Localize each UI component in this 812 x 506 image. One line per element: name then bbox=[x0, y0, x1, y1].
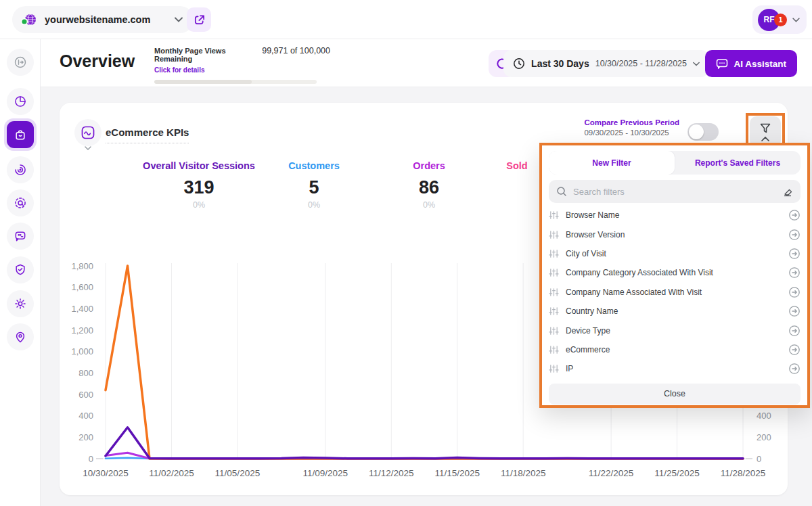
svg-text:11/28/2025: 11/28/2025 bbox=[721, 468, 766, 478]
filter-item-device-type[interactable]: Device Type bbox=[549, 321, 800, 340]
filter-search bbox=[549, 180, 800, 203]
kpi-tab-orders[interactable]: Orders 86 0% bbox=[375, 160, 483, 210]
quota-value: 99,971 of 100,000 bbox=[262, 46, 330, 55]
svg-text:400: 400 bbox=[757, 411, 771, 421]
arrow-right-circle-icon[interactable] bbox=[788, 305, 800, 317]
shopping-bag-icon bbox=[14, 128, 27, 141]
clock-icon bbox=[513, 58, 525, 70]
arrow-right-circle-icon[interactable] bbox=[788, 267, 800, 279]
filter-item-city-of-visit[interactable]: City of Visit bbox=[549, 244, 800, 263]
filter-list: Browser Name Browser Version City of Vis… bbox=[549, 206, 800, 379]
quota-label: Monthly Page Views Remaining bbox=[154, 47, 256, 63]
filter-item-country-name[interactable]: Country Name bbox=[549, 302, 800, 321]
svg-text:1,400: 1,400 bbox=[71, 304, 93, 314]
svg-text:1,200: 1,200 bbox=[71, 325, 93, 336]
filter-item-company-name[interactable]: Company Name Associated With Visit bbox=[549, 283, 800, 302]
chevron-down-icon bbox=[693, 62, 700, 66]
svg-text:800: 800 bbox=[78, 368, 93, 378]
arrow-right-circle-icon[interactable] bbox=[788, 286, 800, 298]
filter-panel: New Filter Report's Saved Filters Browse… bbox=[539, 143, 810, 408]
filter-panel-close-button[interactable]: Close bbox=[549, 384, 800, 405]
sidebar-item-behavior[interactable] bbox=[7, 156, 34, 183]
chevron-up-icon bbox=[761, 137, 769, 141]
tab-new-filter[interactable]: New Filter bbox=[549, 151, 675, 175]
chat-icon bbox=[14, 229, 27, 243]
session-recording-icon bbox=[14, 196, 27, 210]
compare-toggle[interactable] bbox=[687, 123, 719, 141]
svg-text:11/09/2025: 11/09/2025 bbox=[303, 468, 348, 478]
kpi-tab-customers[interactable]: Customers 5 0% bbox=[260, 160, 368, 210]
page-title: Overview bbox=[60, 51, 135, 71]
date-range-picker[interactable]: Last 30 Days 10/30/2025 - 11/28/2025 bbox=[503, 50, 709, 77]
search-icon bbox=[556, 186, 567, 197]
arrow-right-circle-icon[interactable] bbox=[788, 229, 800, 241]
tab-saved-filters[interactable]: Report's Saved Filters bbox=[675, 151, 800, 175]
svg-text:0: 0 bbox=[89, 454, 93, 464]
sidebar-item-privacy[interactable] bbox=[7, 256, 34, 283]
gear-icon bbox=[14, 297, 27, 310]
svg-text:11/25/2025: 11/25/2025 bbox=[654, 468, 700, 478]
ai-chat-icon bbox=[716, 58, 728, 70]
drag-handle-icon[interactable] bbox=[549, 210, 559, 220]
globe-icon bbox=[20, 12, 38, 27]
date-range-value: 10/30/2025 - 11/28/2025 bbox=[595, 59, 687, 68]
svg-text:11/18/2025: 11/18/2025 bbox=[501, 468, 546, 478]
sidebar-item-ecommerce[interactable] bbox=[4, 118, 37, 151]
filter-item-browser-name[interactable]: Browser Name bbox=[549, 206, 800, 225]
user-menu[interactable]: RF 1 bbox=[752, 5, 807, 34]
funnel-icon bbox=[759, 122, 772, 135]
svg-text:600: 600 bbox=[78, 390, 93, 400]
filter-item-browser-version[interactable]: Browser Version bbox=[549, 225, 800, 244]
sidebar bbox=[0, 39, 41, 506]
chevron-down-icon bbox=[175, 17, 183, 22]
date-preset-label: Last 30 Days bbox=[531, 58, 589, 69]
card-icon bbox=[74, 119, 102, 146]
arrow-right-circle-icon[interactable] bbox=[788, 248, 800, 260]
ai-assistant-button[interactable]: AI Assistant bbox=[705, 50, 797, 77]
arrow-right-circle-icon[interactable] bbox=[788, 209, 800, 221]
svg-text:10/30/2025: 10/30/2025 bbox=[83, 468, 129, 478]
filter-panel-tabs: New Filter Report's Saved Filters bbox=[549, 151, 800, 175]
filter-item-ip[interactable]: IP bbox=[549, 359, 800, 378]
topbar: yourwebsitename.com RF 1 bbox=[0, 0, 812, 39]
compare-label: Compare Previous Period bbox=[584, 118, 679, 127]
compare-range: 09/30/2025 - 10/30/2025 bbox=[584, 129, 679, 137]
drag-handle-icon[interactable] bbox=[549, 249, 559, 258]
filter-item-ecommerce[interactable]: eCommerce bbox=[549, 340, 800, 359]
page-header: Overview Monthly Page Views Remaining 99… bbox=[41, 39, 812, 87]
quota-details-link[interactable]: Click for details bbox=[154, 66, 204, 74]
arrow-right-circle-icon[interactable] bbox=[788, 363, 800, 375]
sidebar-item-settings[interactable] bbox=[7, 290, 34, 317]
sidebar-item-session-recordings[interactable] bbox=[7, 189, 34, 216]
quota-widget: Monthly Page Views Remaining 99,971 of 1… bbox=[154, 46, 330, 84]
drag-handle-icon[interactable] bbox=[549, 345, 559, 354]
arrow-right-circle-icon[interactable] bbox=[788, 344, 800, 356]
location-pin-icon bbox=[14, 330, 27, 344]
card-title[interactable]: eCommerce KPIs bbox=[106, 127, 189, 143]
open-website-button[interactable] bbox=[187, 7, 211, 32]
chevron-down-icon bbox=[792, 18, 800, 22]
drag-handle-icon[interactable] bbox=[549, 326, 559, 336]
svg-text:0: 0 bbox=[757, 454, 761, 464]
drag-handle-icon[interactable] bbox=[549, 364, 559, 373]
sidebar-item-visitor-location[interactable] bbox=[7, 323, 34, 350]
sidebar-item-communication[interactable] bbox=[7, 223, 34, 250]
drag-handle-icon[interactable] bbox=[549, 306, 559, 316]
svg-text:11/05/2025: 11/05/2025 bbox=[215, 468, 261, 478]
collapse-icon bbox=[14, 55, 27, 69]
spiral-icon bbox=[14, 163, 27, 177]
filter-item-company-category[interactable]: Company Category Associated With Visit bbox=[549, 263, 800, 282]
sidebar-collapse-button[interactable] bbox=[7, 49, 34, 76]
sidebar-item-dashboard[interactable] bbox=[7, 88, 34, 115]
notification-badge: 1 bbox=[774, 14, 787, 26]
eraser-icon[interactable] bbox=[782, 186, 793, 197]
drag-handle-icon[interactable] bbox=[549, 288, 559, 297]
drag-handle-icon[interactable] bbox=[549, 230, 559, 239]
drag-handle-icon[interactable] bbox=[549, 268, 559, 277]
svg-text:1,000: 1,000 bbox=[71, 346, 93, 356]
filter-search-input[interactable] bbox=[573, 187, 776, 197]
arrow-right-circle-icon[interactable] bbox=[788, 325, 800, 337]
website-selector[interactable]: yourwebsitename.com bbox=[12, 6, 194, 33]
svg-text:11/22/2025: 11/22/2025 bbox=[589, 468, 634, 478]
svg-text:200: 200 bbox=[757, 432, 771, 442]
